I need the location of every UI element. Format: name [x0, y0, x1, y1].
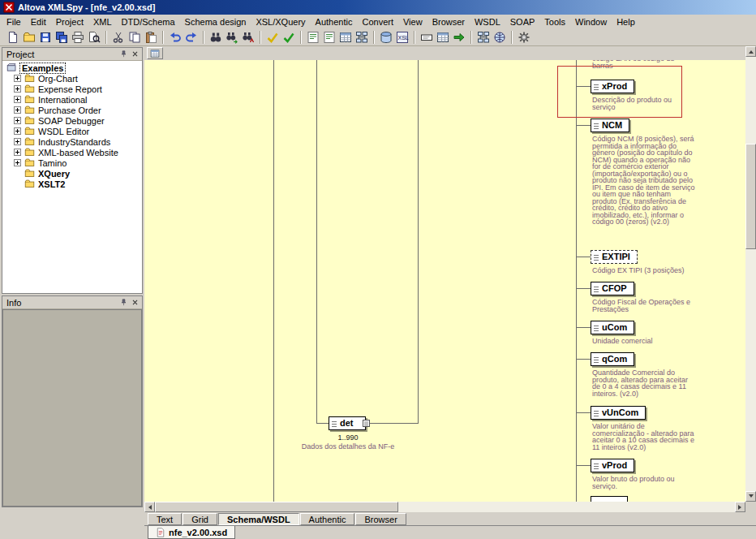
copy-button[interactable] — [127, 29, 143, 45]
redo-button[interactable] — [183, 29, 200, 45]
menu-tools[interactable]: Tools — [539, 15, 570, 28]
scroll-down-button[interactable] — [745, 491, 756, 502]
print-button[interactable] — [70, 29, 86, 45]
xsl-transform-button[interactable]: XSL — [394, 29, 410, 45]
cut-button[interactable] — [110, 29, 127, 45]
expand-plus-icon[interactable] — [14, 75, 21, 82]
tree-item-org-chart[interactable]: Org-Chart — [2, 73, 142, 84]
expand-plus-icon[interactable] — [14, 106, 21, 114]
schema-element-det[interactable]: det — [329, 416, 366, 430]
browser-view-button[interactable] — [492, 29, 508, 45]
schema-element-extipi[interactable]: EXTIPI — [591, 250, 638, 264]
view-tab-browser[interactable]: Browser — [355, 513, 406, 525]
vertical-scroll-thumb[interactable] — [745, 144, 756, 249]
save-button[interactable] — [37, 29, 54, 45]
horizontal-scrollbar[interactable] — [144, 502, 745, 512]
view-tab-text[interactable]: Text — [148, 513, 182, 525]
schema-element-vprod[interactable]: vProd — [591, 459, 634, 472]
tree-item-international[interactable]: International — [2, 94, 142, 105]
tree-item-soap-debugger[interactable]: SOAP Debugger — [2, 115, 142, 126]
text-view-button[interactable] — [321, 29, 337, 45]
expand-plus-icon[interactable] — [14, 138, 21, 145]
close-icon[interactable] — [129, 49, 140, 59]
tree-item-xquery[interactable]: XQuery — [2, 168, 142, 179]
toolbar-separator — [203, 31, 204, 44]
tree-item-xslt2[interactable]: XSLT2 — [2, 179, 142, 189]
tree-item-wsdl-editor[interactable]: WSDL Editor — [2, 126, 142, 136]
menu-window[interactable]: Window — [570, 15, 612, 28]
open-file-button[interactable] — [21, 29, 37, 45]
pin-icon[interactable] — [118, 49, 129, 59]
expand-plus-icon[interactable] — [14, 96, 21, 103]
scroll-up-button[interactable] — [745, 46, 756, 57]
undo-button[interactable] — [167, 29, 183, 45]
schema-element-ucom[interactable]: uCom — [591, 321, 634, 334]
view-tab-schema-wsdl[interactable]: Schema/WSDL — [218, 513, 299, 525]
table-display-button[interactable] — [435, 29, 451, 45]
tree-item-purchase-order[interactable]: Purchase Order — [2, 105, 142, 115]
menu-view[interactable]: View — [398, 15, 427, 28]
print-preview-button[interactable] — [86, 29, 102, 45]
tree-item-industrystandards[interactable]: IndustryStandards — [2, 136, 142, 147]
save-all-button[interactable] — [54, 29, 70, 45]
pin-icon[interactable] — [118, 297, 129, 308]
menu-project[interactable]: Project — [51, 15, 88, 28]
scroll-left-button[interactable] — [144, 502, 155, 512]
xml-file-icon — [156, 527, 165, 538]
expand-plus-icon[interactable] — [14, 127, 21, 135]
menu-wsdl[interactable]: WSDL — [470, 15, 505, 28]
schema-overview-button[interactable] — [147, 47, 163, 59]
menu-file[interactable]: File — [2, 15, 26, 28]
tree-item-xml-based-website[interactable]: XML-based Website — [2, 147, 142, 157]
vertical-scrollbar[interactable] — [745, 46, 756, 502]
scroll-right-button[interactable] — [735, 502, 745, 512]
menu-dtd-schema[interactable]: DTD/Schema — [117, 15, 180, 28]
schema-element-qcom[interactable]: qCom — [591, 352, 634, 366]
find-button[interactable] — [208, 29, 224, 45]
new-file-button[interactable] — [5, 29, 21, 45]
close-icon[interactable] — [129, 297, 140, 308]
tree-item-tamino[interactable]: Tamino — [2, 157, 142, 168]
menu-xsl-xquery[interactable]: XSL/XQuery — [251, 15, 310, 28]
expand-plus-icon[interactable] — [14, 85, 21, 93]
schema-element-xprod[interactable]: xProd — [591, 80, 634, 93]
schema-design-view-button[interactable] — [354, 29, 370, 45]
expand-plus-icon[interactable] — [14, 149, 21, 156]
enhanced-grid-view-button[interactable] — [337, 29, 354, 45]
menu-authentic[interactable]: Authentic — [311, 15, 358, 28]
file-tab-nfe[interactable]: nfe_v2.00.xsd — [148, 526, 235, 539]
paste-button[interactable] — [143, 29, 159, 45]
schema-element-ncm[interactable]: NCM — [591, 119, 629, 132]
project-tree: ExamplesOrg-ChartExpense ReportInternati… — [2, 61, 142, 293]
menu-convert[interactable]: Convert — [357, 15, 398, 28]
menu-browser[interactable]: Browser — [427, 15, 470, 28]
view-tab-authentic[interactable]: Authentic — [300, 513, 355, 525]
expand-children-icon[interactable] — [363, 420, 370, 427]
check-well-formed-button[interactable] — [264, 29, 281, 45]
menu-xml[interactable]: XML — [88, 15, 117, 28]
folder-icon — [24, 73, 36, 84]
schema-element-cfop[interactable]: CFOP — [591, 282, 634, 295]
options-button[interactable] — [516, 29, 532, 45]
validate-button[interactable] — [281, 29, 297, 45]
menu-help[interactable]: Help — [612, 15, 640, 28]
expand-plus-icon[interactable] — [14, 159, 21, 166]
expand-plus-icon[interactable] — [14, 117, 21, 124]
connector-line — [316, 423, 329, 424]
insert-element-button[interactable] — [419, 29, 435, 45]
schema-element-vuncom[interactable]: vUnCom — [591, 406, 646, 420]
find-next-button[interactable] — [224, 29, 240, 45]
schema-settings-button[interactable] — [475, 29, 492, 45]
tree-item-examples[interactable]: Examples — [2, 63, 142, 73]
expand-children-button[interactable] — [451, 29, 467, 45]
menu-edit[interactable]: Edit — [26, 15, 51, 28]
replace-button[interactable] — [240, 29, 256, 45]
view-tab-grid[interactable]: Grid — [183, 513, 217, 525]
tree-item-expense-report[interactable]: Expense Report — [2, 84, 142, 94]
database-query-button[interactable] — [378, 29, 394, 45]
print-preview-icon — [88, 31, 101, 44]
menu-soap[interactable]: SOAP — [505, 15, 540, 28]
horizontal-scroll-thumb[interactable] — [155, 502, 398, 512]
menu-schema-design[interactable]: Schema design — [180, 15, 251, 28]
pretty-print-button[interactable] — [305, 29, 321, 45]
